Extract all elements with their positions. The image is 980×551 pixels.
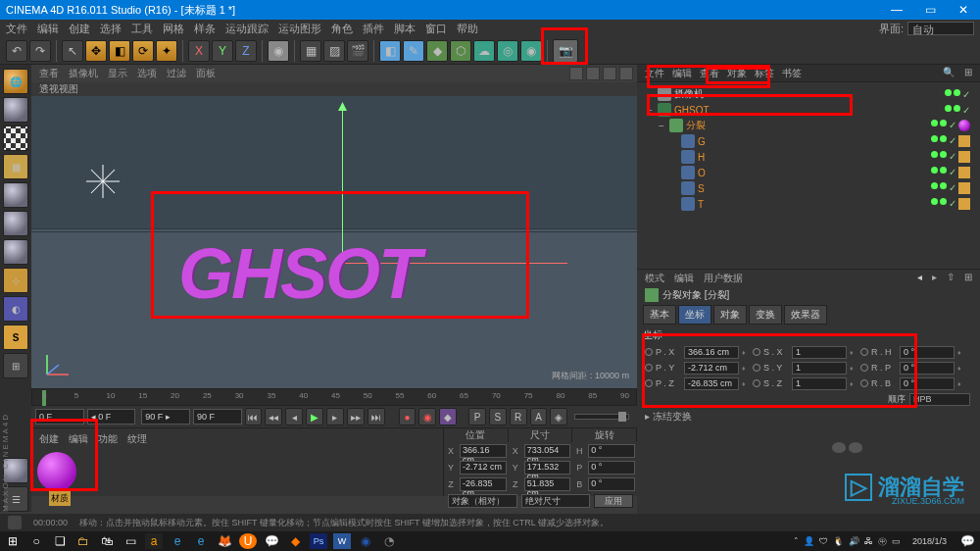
coord-pos-field[interactable]: -26.835 cm [460,477,507,491]
coord-pos-field[interactable]: 366.16 cm [460,444,507,458]
uc-icon[interactable]: U [239,533,257,549]
prev-frame-button[interactable]: ◂ [285,408,303,426]
tree-item[interactable]: H✓ [641,149,976,165]
obj-tab-objects[interactable]: 对象 [727,67,747,79]
key-param-toggle[interactable]: A [530,408,548,426]
notification-icon[interactable]: 💬 [958,533,976,549]
coord-size-field[interactable]: 733.054 cm [524,444,571,458]
attr-fwd-icon[interactable]: ▸ [932,272,937,285]
attr-tab[interactable]: 坐标 [678,305,711,325]
prev-key-button[interactable]: ◂◂ [265,408,282,426]
play-forward-button[interactable]: ▶ [306,408,323,426]
attr-up-icon[interactable]: ⇧ [947,272,955,285]
attr-field[interactable]: 0 ° [900,346,955,359]
vp-menu-options[interactable]: 选项 [137,67,157,80]
render-view-button[interactable]: ▦ [300,40,321,62]
layout-combo[interactable]: 自动 [907,22,974,35]
tree-item[interactable]: G✓ [641,133,976,149]
tv-icon[interactable]: ▭ [122,533,139,549]
range-from[interactable]: ◂ 0 F [87,409,136,425]
coord-size-field[interactable]: 51.835 cm [524,477,571,491]
menu-character[interactable]: 角色 [331,22,353,36]
vp-menu-view[interactable]: 查看 [39,67,59,80]
coordsys-button[interactable]: ◉ [268,40,289,62]
menu-edit[interactable]: 编辑 [37,22,59,36]
point-mode-button[interactable] [3,182,28,208]
attr-field[interactable]: 1 [792,377,847,390]
mat-tab-create[interactable]: 创建 [39,432,59,446]
coord-rot-field[interactable]: 0 ° [588,444,635,458]
key-rot-toggle[interactable]: R [510,408,527,426]
redo-button[interactable]: ↷ [29,40,51,62]
tray-speaker-icon[interactable]: 🔊 [849,536,859,546]
generator-button[interactable]: ◆ [426,40,448,62]
menu-motiontrack[interactable]: 运动跟踪 [225,22,269,36]
attr-field[interactable]: -2.712 cm [684,362,739,375]
axis-z-button[interactable]: Z [235,40,257,62]
attr-field[interactable]: 1 [792,346,847,359]
next-key-button[interactable]: ▸▸ [347,408,365,426]
key-pla-toggle[interactable]: ◈ [550,408,567,426]
word-icon[interactable]: W [333,533,351,549]
vp-nav-zoom[interactable] [586,67,600,80]
attr-field[interactable]: 0 ° [900,362,955,375]
attr-back-icon[interactable]: ◂ [917,272,922,285]
obj-tab-bookmarks[interactable]: 书签 [782,67,802,79]
attr-head-edit[interactable]: 编辑 [674,272,694,285]
vp-nav-rotate[interactable] [603,67,616,80]
menu-window[interactable]: 窗口 [425,22,447,36]
spline-pen-button[interactable]: ✎ [403,40,424,62]
taskview-icon[interactable]: ❏ [51,533,69,549]
coord-rot-field[interactable]: 0 ° [588,477,635,491]
coord-size-combo[interactable]: 绝对尺寸 [521,494,591,508]
world-icon[interactable]: 🌐 [3,69,28,94]
attr-tab[interactable]: 对象 [713,305,747,325]
menu-create[interactable]: 创建 [69,22,90,36]
autokey-button[interactable]: ◉ [418,408,436,426]
attr-tab[interactable]: 效果器 [784,305,827,325]
menu-file[interactable]: 文件 [6,22,27,36]
rhino-icon[interactable]: ◔ [380,533,398,549]
tray-ime-icon[interactable]: ㊥ [878,535,887,548]
menu-script[interactable]: 脚本 [394,22,416,36]
vp-nav-toggle[interactable] [619,67,633,80]
light-button[interactable]: ◉ [520,40,542,62]
mat-tab-func[interactable]: 功能 [98,432,118,446]
edge-mode-button[interactable] [3,211,28,236]
obj-tab-view[interactable]: 查看 [700,67,719,79]
coord-pos-field[interactable]: -2.712 cm [460,461,507,475]
key-scale-toggle[interactable]: S [489,408,507,426]
tree-item[interactable]: −摄像机✓ [641,86,976,102]
frame-end[interactable]: 90 F [193,409,242,425]
attr-head-mode[interactable]: 模式 [645,272,664,285]
coord-rot-field[interactable]: 0 ° [588,461,635,475]
object-tree[interactable]: −摄像机✓−GHSOT✓−分裂✓G✓H✓O✓S✓T✓ [637,82,980,269]
menu-select[interactable]: 选择 [100,22,122,36]
menu-mograph[interactable]: 运动图形 [278,22,321,36]
render-settings-button[interactable]: 🎬 [347,40,368,62]
material-item[interactable]: 材质 [37,452,82,506]
folder-icon[interactable]: 🗀 [74,533,92,549]
attr-field[interactable]: 1 [792,362,847,375]
coord-size-field[interactable]: 171.532 cm [524,461,571,475]
menu-plugins[interactable]: 插件 [363,22,384,36]
app1-icon[interactable]: ◆ [286,533,304,549]
ps-icon[interactable]: Ps [310,533,327,549]
attr-order-combo[interactable]: HPB [909,393,970,406]
vp-menu-display[interactable]: 显示 [108,67,127,80]
attr-menu-icon[interactable]: ⊞ [964,272,972,285]
mat-tab-texture[interactable]: 纹理 [127,432,147,446]
keyframe-selection-button[interactable]: ◆ [439,408,457,426]
range-to[interactable]: 90 F ▸ [141,409,190,425]
amazon-icon[interactable]: a [145,533,163,549]
minimize-button[interactable]: — [880,0,913,20]
goto-end-button[interactable]: ⏭ [368,408,385,426]
system-tray[interactable]: ˄ 👤 🛡 🐧 🔊 🖧 ㊥ ▭ [794,535,901,548]
tray-shield-icon[interactable]: 🛡 [819,536,828,546]
c4d-icon[interactable]: ◉ [357,533,374,549]
camera-button[interactable]: ◎ [497,40,518,62]
attr-freeze-section[interactable]: ▸ 冻结变换 [637,408,980,426]
timeline-ruler[interactable]: 051015202530354045505560657075808590 [31,388,637,406]
vp-menu-filter[interactable]: 过滤 [167,67,186,80]
ie-icon[interactable]: e [169,533,186,549]
